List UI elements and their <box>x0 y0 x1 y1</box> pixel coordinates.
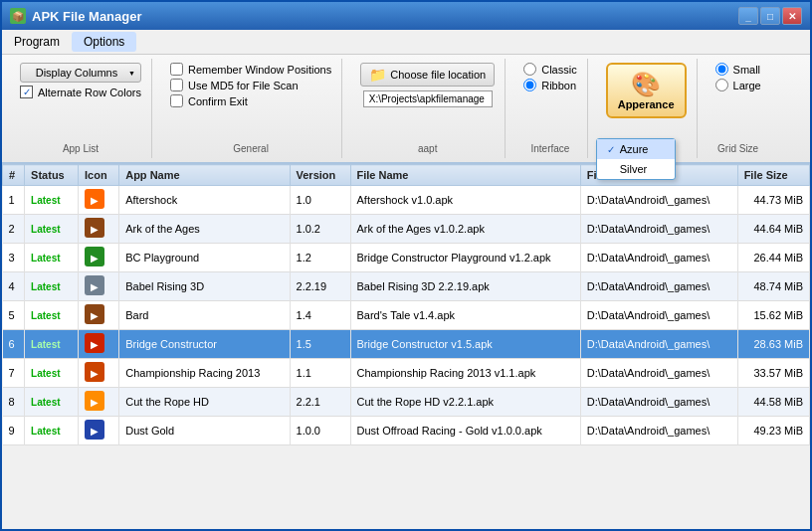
cell-file-name: Championship Racing 2013 v1.1.apk <box>350 359 580 388</box>
confirm-exit-row[interactable]: Confirm Exit <box>170 94 331 107</box>
cell-version: 1.0 <box>290 186 350 215</box>
cell-num: 6 <box>3 330 25 359</box>
choose-file-button[interactable]: 📁 Choose file location <box>360 63 495 87</box>
appearance-button[interactable]: 🎨 Apperance <box>606 63 687 118</box>
svg-text:▶: ▶ <box>91 224 99 235</box>
cell-app-name: Aftershock <box>119 186 290 215</box>
remember-window-row[interactable]: Remember Window Positions <box>170 63 331 76</box>
cell-file-path: D:\Data\Android\_games\ <box>580 359 737 388</box>
confirm-exit-checkbox[interactable] <box>170 94 183 107</box>
cell-num: 4 <box>3 272 25 301</box>
app-table: # Status Icon App Name Version File Name… <box>2 164 810 445</box>
menu-options[interactable]: Options <box>72 32 136 52</box>
aapt-label: aapt <box>418 139 437 154</box>
svg-text:▶: ▶ <box>91 339 99 350</box>
appearance-label: Apperance <box>618 98 675 110</box>
table-row[interactable]: 8 Latest ▶ Cut the Rope HD 2.2.1 Cut the… <box>3 388 810 417</box>
cell-file-size: 44.73 MiB <box>737 186 809 215</box>
main-window: 📦 APK File Manager _ □ ✕ Program Options… <box>0 0 812 531</box>
cell-file-path: D:\Data\Android\_games\ <box>580 417 737 445</box>
svg-text:▶: ▶ <box>91 368 99 379</box>
use-md5-row[interactable]: Use MD5 for File Scan <box>170 79 331 91</box>
svg-text:▶: ▶ <box>91 253 99 264</box>
display-columns-button[interactable]: Display Columns <box>20 63 141 83</box>
classic-radio-row[interactable]: Classic <box>523 63 576 76</box>
col-num: # <box>3 165 25 186</box>
table-row[interactable]: 1 Latest ▶ Aftershock 1.0 Aftershock v1.… <box>3 186 810 215</box>
col-icon: Icon <box>79 165 119 186</box>
use-md5-checkbox[interactable] <box>170 79 183 91</box>
table-row[interactable]: 7 Latest ▶ Championship Racing 2013 1.1 … <box>3 359 810 388</box>
appearance-dropdown: ✓ Azure ✓ Silver <box>596 138 676 180</box>
cell-version: 1.5 <box>290 330 350 359</box>
close-button[interactable]: ✕ <box>782 7 802 25</box>
svg-text:▶: ▶ <box>91 281 99 292</box>
menu-program[interactable]: Program <box>2 32 72 52</box>
maximize-button[interactable]: □ <box>760 7 780 25</box>
classic-radio[interactable] <box>523 63 536 76</box>
file-path-group: 📁 Choose file location <box>360 63 495 107</box>
grid-size-label: Grid Size <box>717 139 758 154</box>
cell-app-name: Cut the Rope HD <box>119 388 290 417</box>
interface-label: Interface <box>531 139 570 154</box>
cell-status: Latest <box>25 330 79 359</box>
ribbon-radio[interactable] <box>523 79 536 91</box>
silver-option[interactable]: ✓ Silver <box>597 159 675 179</box>
small-radio[interactable] <box>715 63 728 76</box>
cell-version: 1.0.2 <box>290 215 350 244</box>
cell-num: 7 <box>3 359 25 388</box>
app-list-controls: Display Columns ✓ Alternate Row Colors <box>20 63 141 98</box>
table-container: # Status Icon App Name Version File Name… <box>2 164 810 529</box>
col-app-name: App Name <box>119 165 290 186</box>
table-row[interactable]: 2 Latest ▶ Ark of the Ages 1.0.2 Ark of … <box>3 215 810 244</box>
cell-file-path: D:\Data\Android\_games\ <box>580 388 737 417</box>
cell-status: Latest <box>25 215 79 244</box>
cell-file-name: Bridge Constructor v1.5.apk <box>350 330 580 359</box>
file-path-input[interactable] <box>363 90 493 107</box>
cell-app-name: Bridge Constructor <box>119 330 290 359</box>
remember-window-checkbox[interactable] <box>170 63 183 76</box>
cell-file-path: D:\Data\Android\_games\ <box>580 272 737 301</box>
ribbon-radio-row[interactable]: Ribbon <box>523 79 576 91</box>
cell-status: Latest <box>25 272 79 301</box>
alt-row-colors-row[interactable]: ✓ Alternate Row Colors <box>20 86 141 98</box>
table-row[interactable]: 5 Latest ▶ Bard 1.4 Bard's Tale v1.4.apk… <box>3 301 810 330</box>
col-file-size: File Size <box>737 165 809 186</box>
cell-status: Latest <box>25 417 79 445</box>
alt-row-colors-label: Alternate Row Colors <box>38 87 141 98</box>
cell-file-name: Bridge Constructor Playground v1.2.apk <box>350 244 580 272</box>
large-radio-row[interactable]: Large <box>715 79 761 91</box>
cell-icon: ▶ <box>79 186 119 215</box>
cell-status: Latest <box>25 301 79 330</box>
table-row[interactable]: 9 Latest ▶ Dust Gold 1.0.0 Dust Offroad … <box>3 417 810 445</box>
table-row[interactable]: 4 Latest ▶ Babel Rising 3D 2.2.19 Babel … <box>3 272 810 301</box>
azure-option[interactable]: ✓ Azure <box>597 139 675 159</box>
minimize-button[interactable]: _ <box>738 7 758 25</box>
silver-label: Silver <box>620 163 648 175</box>
window-controls: _ □ ✕ <box>738 7 802 25</box>
table-row[interactable]: 6 Latest ▶ Bridge Constructor 1.5 Bridge… <box>3 330 810 359</box>
svg-text:▶: ▶ <box>91 426 99 437</box>
cell-app-name: Championship Racing 2013 <box>119 359 290 388</box>
cell-num: 5 <box>3 301 25 330</box>
ribbon-group-aapt: 📁 Choose file location aapt <box>350 59 506 158</box>
cell-file-name: Cut the Rope HD v2.2.1.apk <box>350 388 580 417</box>
cell-version: 1.1 <box>290 359 350 388</box>
cell-file-size: 15.62 MiB <box>737 301 809 330</box>
large-radio[interactable] <box>715 79 728 91</box>
cell-num: 1 <box>3 186 25 215</box>
ribbon-group-grid-size: Small Large Grid Size <box>706 59 771 158</box>
table-row[interactable]: 3 Latest ▶ BC Playground 1.2 Bridge Cons… <box>3 244 810 272</box>
menu-bar: Program Options <box>2 30 810 55</box>
ribbon: Display Columns ✓ Alternate Row Colors A… <box>2 55 810 164</box>
cell-file-path: D:\Data\Android\_games\ <box>580 244 737 272</box>
cell-version: 1.0.0 <box>290 417 350 445</box>
cell-version: 2.2.19 <box>290 272 350 301</box>
cell-file-name: Aftershock v1.0.apk <box>350 186 580 215</box>
cell-version: 1.4 <box>290 301 350 330</box>
table-wrapper[interactable]: # Status Icon App Name Version File Name… <box>2 164 810 529</box>
small-radio-row[interactable]: Small <box>715 63 761 76</box>
cell-version: 1.2 <box>290 244 350 272</box>
cell-app-name: BC Playground <box>119 244 290 272</box>
title-bar: 📦 APK File Manager _ □ ✕ <box>2 2 810 30</box>
